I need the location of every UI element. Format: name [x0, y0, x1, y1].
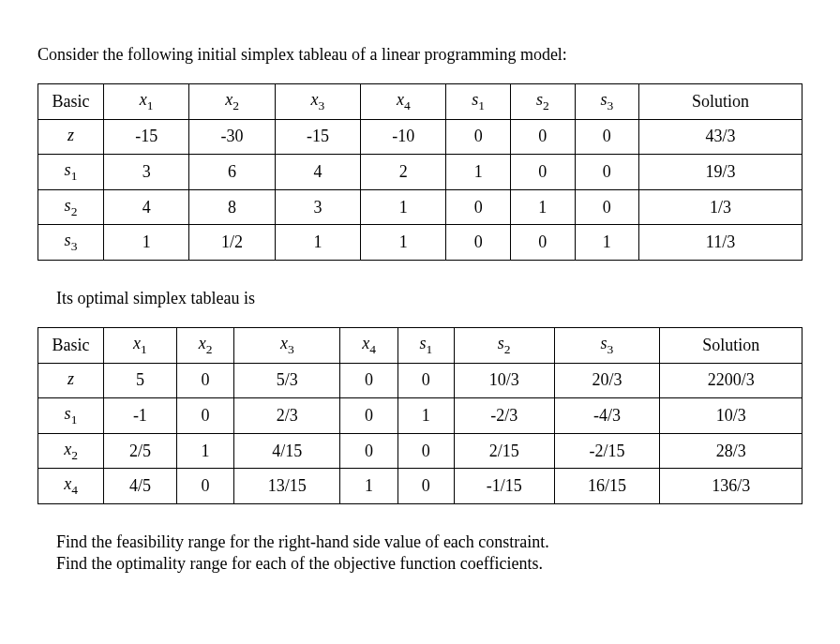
intro-text: Consider the following initial simplex t…	[38, 45, 802, 65]
row-label: z	[38, 119, 104, 155]
header-s1: s1	[398, 327, 454, 363]
cell: 0	[176, 398, 234, 434]
header-solution: Solution	[660, 327, 802, 363]
cell: 1	[340, 469, 398, 504]
cell: -15	[104, 119, 189, 155]
header-solution: Solution	[639, 84, 802, 120]
cell: 0	[510, 225, 575, 261]
cell: -1	[104, 398, 177, 434]
header-x4: x4	[340, 327, 398, 363]
cell: 5/3	[234, 363, 340, 398]
cell: 0	[340, 433, 398, 469]
cell: 1/3	[639, 189, 802, 225]
cell: -15	[275, 119, 360, 155]
header-s2: s2	[454, 327, 554, 363]
table-row: s2 4 8 3 1 0 1 0 1/3	[38, 189, 802, 225]
cell: 0	[446, 189, 511, 225]
table-row: x2 2/5 1 4/15 0 0 2/15 -2/15 28/3	[38, 433, 802, 469]
cell: 3	[104, 155, 189, 190]
header-basic: Basic	[38, 84, 104, 120]
cell: 1	[176, 433, 234, 469]
table-row: z -15 -30 -15 -10 0 0 0 43/3	[38, 119, 802, 155]
cell: 0	[575, 119, 639, 155]
cell: 0	[398, 363, 454, 398]
cell: -30	[189, 119, 275, 155]
cell: -4/3	[554, 398, 660, 434]
cell: -2/15	[554, 433, 660, 469]
header-x1: x1	[104, 84, 189, 120]
cell: 6	[189, 155, 275, 190]
cell: 0	[575, 155, 639, 190]
cell: 1	[575, 225, 639, 261]
question-1: Find the feasibility range for the right…	[56, 532, 802, 552]
cell: 0	[398, 433, 454, 469]
cell: -2/3	[454, 398, 554, 434]
header-x1: x1	[104, 327, 177, 363]
header-x2: x2	[176, 327, 234, 363]
cell: 136/3	[660, 469, 802, 504]
cell: 1/2	[189, 225, 275, 261]
cell: 1	[398, 398, 454, 434]
optimal-tableau: Basic x1 x2 x3 x4 s1 s2 s3 Solution z 5 …	[38, 327, 802, 504]
cell: 3	[275, 189, 360, 225]
table-header-row: Basic x1 x2 x3 x4 s1 s2 s3 Solution	[38, 84, 802, 120]
cell: 1	[275, 225, 360, 261]
cell: 2	[361, 155, 446, 190]
cell: 0	[446, 119, 511, 155]
table-row: s3 1 1/2 1 1 0 0 1 11/3	[38, 225, 802, 261]
row-label: x4	[38, 469, 104, 504]
cell: 16/15	[554, 469, 660, 504]
header-x4: x4	[361, 84, 446, 120]
cell: 1	[361, 225, 446, 261]
cell: 19/3	[639, 155, 802, 190]
header-x2: x2	[189, 84, 275, 120]
header-x3: x3	[234, 327, 340, 363]
questions-block: Find the feasibility range for the right…	[56, 532, 802, 574]
header-s2: s2	[510, 84, 575, 120]
cell: 2/3	[234, 398, 340, 434]
header-basic: Basic	[38, 327, 104, 363]
subtitle-text: Its optimal simplex tableau is	[56, 289, 802, 308]
cell: 0	[510, 155, 575, 190]
cell: -1/15	[454, 469, 554, 504]
cell: 0	[176, 469, 234, 504]
cell: 0	[510, 119, 575, 155]
cell: 10/3	[454, 363, 554, 398]
cell: 8	[189, 189, 275, 225]
cell: 0	[176, 363, 234, 398]
cell: 0	[398, 469, 454, 504]
cell: 2/5	[104, 433, 177, 469]
cell: 13/15	[234, 469, 340, 504]
cell: 0	[575, 189, 639, 225]
cell: 4	[104, 189, 189, 225]
cell: 1	[446, 155, 511, 190]
header-s3: s3	[575, 84, 639, 120]
header-s1: s1	[446, 84, 511, 120]
row-label: s1	[38, 398, 104, 434]
cell: 0	[446, 225, 511, 261]
cell: 20/3	[554, 363, 660, 398]
table-row: x4 4/5 0 13/15 1 0 -1/15 16/15 136/3	[38, 469, 802, 504]
row-label: s2	[38, 189, 104, 225]
table-row: z 5 0 5/3 0 0 10/3 20/3 2200/3	[38, 363, 802, 398]
cell: 1	[510, 189, 575, 225]
cell: 5	[104, 363, 177, 398]
header-x3: x3	[275, 84, 360, 120]
cell: -10	[361, 119, 446, 155]
row-label: s3	[38, 225, 104, 261]
cell: 0	[340, 363, 398, 398]
cell: 0	[340, 398, 398, 434]
row-label: s1	[38, 155, 104, 190]
cell: 1	[104, 225, 189, 261]
cell: 4/5	[104, 469, 177, 504]
initial-tableau: Basic x1 x2 x3 x4 s1 s2 s3 Solution z -1…	[38, 83, 802, 261]
cell: 11/3	[639, 225, 802, 261]
table-row: s1 3 6 4 2 1 0 0 19/3	[38, 155, 802, 190]
row-label: z	[38, 363, 104, 398]
cell: 10/3	[660, 398, 802, 434]
table-row: s1 -1 0 2/3 0 1 -2/3 -4/3 10/3	[38, 398, 802, 434]
cell: 2200/3	[660, 363, 802, 398]
cell: 1	[361, 189, 446, 225]
cell: 4	[275, 155, 360, 190]
cell: 4/15	[234, 433, 340, 469]
